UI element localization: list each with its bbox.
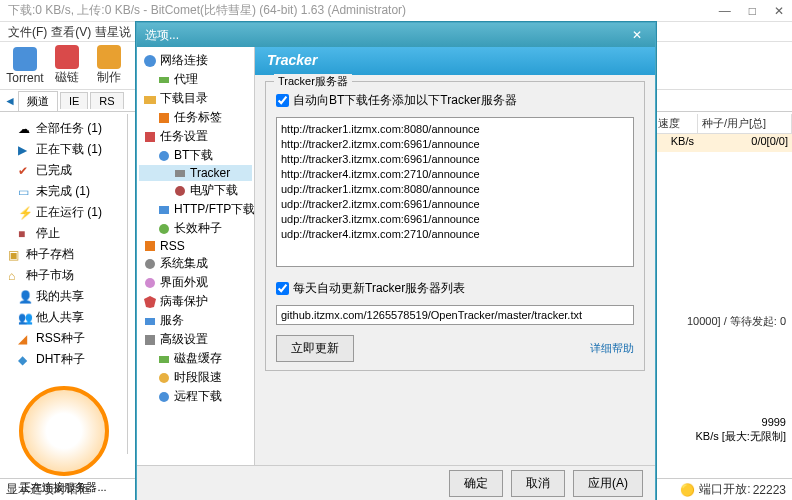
sidebar-myshare[interactable]: 👤我的共享 <box>4 286 123 307</box>
tab-rss[interactable]: RS <box>90 92 123 109</box>
rss-icon: ◢ <box>18 332 32 346</box>
torrent-button[interactable]: Torrent <box>6 47 44 85</box>
svg-point-17 <box>159 392 169 402</box>
svg-rect-8 <box>159 206 169 214</box>
tree-proxy[interactable]: 代理 <box>139 70 252 89</box>
tracker-list-textarea[interactable] <box>276 117 634 267</box>
folder-icon <box>143 92 157 106</box>
svg-rect-2 <box>144 96 156 104</box>
tree-service[interactable]: 服务 <box>139 311 252 330</box>
tracker-icon <box>173 166 187 180</box>
title-text: 下载:0 KB/s, 上传:0 KB/s - BitComet(比特彗星) (6… <box>8 2 406 19</box>
magnet-button[interactable]: 磁链 <box>48 45 86 86</box>
sidebar-downloading[interactable]: ▶正在下载 (1) <box>4 139 123 160</box>
page-icon: ▭ <box>18 185 32 199</box>
group-title: Tracker服务器 <box>274 74 352 89</box>
tree-dldir[interactable]: 下载目录 <box>139 89 252 108</box>
tree-rss[interactable]: RSS <box>139 238 252 254</box>
svg-rect-6 <box>175 170 185 177</box>
svg-point-9 <box>159 224 169 234</box>
tree-diskcache[interactable]: 磁盘缓存 <box>139 349 252 368</box>
tree-tracker[interactable]: Tracker <box>139 165 252 181</box>
sidebar-rssseed[interactable]: ◢RSS种子 <box>4 328 123 349</box>
svg-rect-4 <box>145 132 155 142</box>
archive-icon: ▣ <box>8 248 22 262</box>
cell-seeds: 0/0[0/0] <box>698 134 792 152</box>
daily-update-checkbox[interactable]: 每天自动更新Tracker服务器列表 <box>276 280 634 297</box>
svg-rect-13 <box>145 318 155 325</box>
update-now-button[interactable]: 立即更新 <box>276 335 354 362</box>
tree-sysint[interactable]: 系统集成 <box>139 254 252 273</box>
task-list-fragment: 速度 种子/用户[总] KB/s 0/0[0/0] 10000] / 等待发起:… <box>654 114 792 454</box>
checkbox-input[interactable] <box>276 282 289 295</box>
detailed-help-link[interactable]: 详细帮助 <box>590 341 634 356</box>
tree-longseed[interactable]: 长效种子 <box>139 219 252 238</box>
col-speed[interactable]: 速度 <box>654 114 698 133</box>
tree-remote[interactable]: 远程下载 <box>139 387 252 406</box>
tree-httpftp[interactable]: HTTP/FTP下载 <box>139 200 252 219</box>
sidebar-stopped[interactable]: ■停止 <box>4 223 123 244</box>
dht-icon: ◆ <box>18 353 32 367</box>
proxy-icon <box>157 73 171 87</box>
rss-icon <box>143 239 157 253</box>
menu-view[interactable]: 查看(V) <box>51 24 91 39</box>
dialog-title-bar[interactable]: 选项... ✕ <box>137 23 655 47</box>
menu-comet[interactable]: 彗星说 <box>95 24 131 39</box>
emule-icon <box>173 184 187 198</box>
port-label: 端口开放: <box>699 481 750 498</box>
sidebar-all[interactable]: ☁全部任务 (1) <box>4 118 123 139</box>
status-n: 9999 <box>762 416 786 428</box>
tab-ie[interactable]: IE <box>60 92 88 109</box>
sidebar-market[interactable]: ⌂种子市场 <box>4 265 123 286</box>
minimize-icon[interactable]: — <box>719 4 731 18</box>
dialog-close-icon[interactable]: ✕ <box>627 28 647 42</box>
tree-advset[interactable]: 高级设置 <box>139 330 252 349</box>
tree-emule[interactable]: 电驴下载 <box>139 181 252 200</box>
svg-point-5 <box>159 151 169 161</box>
sidebar-done[interactable]: ✔已完成 <box>4 160 123 181</box>
shield-icon <box>143 295 157 309</box>
tag-icon <box>157 111 171 125</box>
apply-button[interactable]: 应用(A) <box>573 470 643 497</box>
checkbox-input[interactable] <box>276 94 289 107</box>
tree-tasktag[interactable]: 任务标签 <box>139 108 252 127</box>
pane-header: Tracker <box>255 47 655 75</box>
sidebar-othershare[interactable]: 👥他人共享 <box>4 307 123 328</box>
svg-point-7 <box>175 186 185 196</box>
svg-rect-15 <box>159 356 169 363</box>
tracker-servers-group: Tracker服务器 自动向BT下载任务添加以下Tracker服务器 每天自动更… <box>265 81 645 371</box>
tab-channel[interactable]: 频道 <box>18 91 58 111</box>
sidebar-incomplete[interactable]: ▭未完成 (1) <box>4 181 123 202</box>
cloud-icon: ☁ <box>18 122 32 136</box>
tree-schedule[interactable]: 时段限速 <box>139 368 252 387</box>
sidebar-archive[interactable]: ▣种子存档 <box>4 244 123 265</box>
close-icon[interactable]: ✕ <box>774 4 784 18</box>
svg-point-11 <box>145 259 155 269</box>
tree-uiskin[interactable]: 界面外观 <box>139 273 252 292</box>
sidebar-running[interactable]: ⚡正在运行 (1) <box>4 202 123 223</box>
auto-add-tracker-checkbox[interactable]: 自动向BT下载任务添加以下Tracker服务器 <box>276 92 634 109</box>
share-icon: 👤 <box>18 290 32 304</box>
tree-network[interactable]: 网络连接 <box>139 51 252 70</box>
tree-btdl[interactable]: BT下载 <box>139 146 252 165</box>
make-button[interactable]: 制作 <box>90 45 128 86</box>
tree-taskset[interactable]: 任务设置 <box>139 127 252 146</box>
disk-icon <box>157 352 171 366</box>
menu-file[interactable]: 文件(F) <box>8 24 47 39</box>
port-value: 22223 <box>753 483 786 497</box>
svg-rect-3 <box>159 113 169 123</box>
ok-button[interactable]: 确定 <box>449 470 503 497</box>
cancel-button[interactable]: 取消 <box>511 470 565 497</box>
svg-rect-14 <box>145 335 155 345</box>
tracker-url-input[interactable] <box>276 305 634 325</box>
col-seeds[interactable]: 种子/用户[总] <box>698 114 792 133</box>
maximize-icon[interactable]: □ <box>749 4 756 18</box>
svg-rect-10 <box>145 241 155 251</box>
seed-icon <box>157 222 171 236</box>
status-limit: KB/s [最大:无限制] <box>696 429 786 444</box>
remote-icon <box>157 390 171 404</box>
tree-virus[interactable]: 病毒保护 <box>139 292 252 311</box>
service-icon <box>143 314 157 328</box>
sidebar-dhtseed[interactable]: ◆DHT种子 <box>4 349 123 370</box>
tab-arrow-icon[interactable]: ◄ <box>4 94 16 108</box>
